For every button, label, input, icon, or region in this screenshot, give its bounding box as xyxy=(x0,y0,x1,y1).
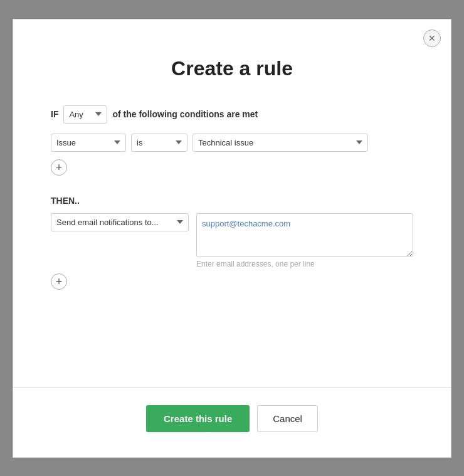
modal-dialog: ✕ Create a rule IF Any All of the follow… xyxy=(13,19,451,458)
modal-overlay: ✕ Create a rule IF Any All of the follow… xyxy=(0,0,464,476)
any-select[interactable]: Any All xyxy=(63,105,107,124)
email-hint: Enter email addresses, one per line xyxy=(196,260,413,268)
action-select[interactable]: Send email notifications to... Assign to… xyxy=(51,213,189,231)
email-textarea[interactable] xyxy=(196,213,413,257)
is-select[interactable]: is is not contains xyxy=(131,134,187,152)
add-condition-button[interactable]: + xyxy=(51,159,67,176)
condition-row: Issue Status Priority Assignee is is not… xyxy=(51,134,413,152)
then-section: THEN.. Send email notifications to... As… xyxy=(51,196,413,295)
then-label: THEN.. xyxy=(51,196,413,206)
if-label: IF xyxy=(51,109,58,119)
modal-title: Create a rule xyxy=(51,57,413,80)
if-row: IF Any All of the following conditions a… xyxy=(51,105,413,124)
email-wrapper: Enter email addresses, one per line xyxy=(196,213,413,268)
value-select[interactable]: Technical issue Billing issue Feature re… xyxy=(192,134,368,152)
condition-text: of the following conditions are met xyxy=(112,109,258,119)
cancel-button[interactable]: Cancel xyxy=(257,405,318,432)
then-row: Send email notifications to... Assign to… xyxy=(51,213,413,268)
issue-select[interactable]: Issue Status Priority Assignee xyxy=(51,134,126,152)
footer-divider xyxy=(13,387,451,388)
create-rule-button[interactable]: Create this rule xyxy=(146,405,250,432)
close-button[interactable]: ✕ xyxy=(423,29,441,47)
footer-buttons: Create this rule Cancel xyxy=(51,405,413,432)
add-action-button[interactable]: + xyxy=(51,273,67,290)
